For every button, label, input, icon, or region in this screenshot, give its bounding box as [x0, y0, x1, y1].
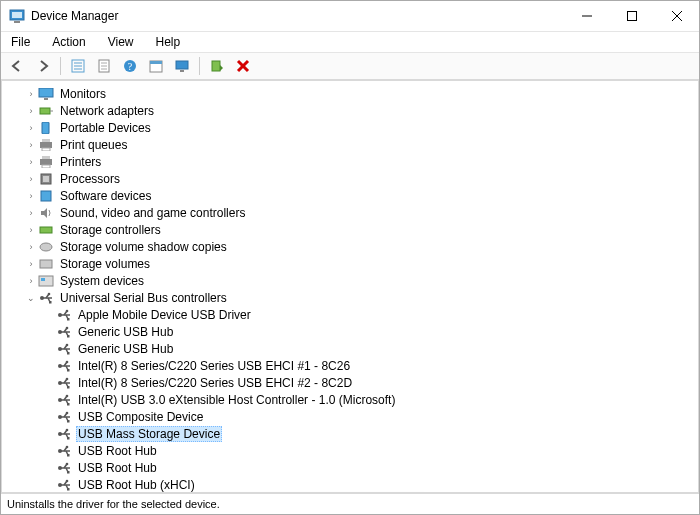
tree-node[interactable]: Apple Mobile Device USB Driver — [6, 306, 698, 323]
tree-node-label[interactable]: Intel(R) 8 Series/C220 Series USB EHCI #… — [76, 359, 352, 373]
tree-node[interactable]: USB Mass Storage Device — [6, 425, 698, 442]
tree-node[interactable]: ›System devices — [6, 272, 698, 289]
menu-help[interactable]: Help — [152, 33, 185, 51]
tree-node-label[interactable]: Generic USB Hub — [76, 342, 175, 356]
tree-node-label[interactable]: USB Composite Device — [76, 410, 205, 424]
tree-node-label[interactable]: Portable Devices — [58, 121, 153, 135]
tree-node[interactable]: Generic USB Hub — [6, 323, 698, 340]
svg-rect-2 — [14, 21, 20, 23]
status-text: Uninstalls the driver for the selected d… — [7, 498, 220, 510]
menu-action[interactable]: Action — [48, 33, 89, 51]
tree-node-label[interactable]: Software devices — [58, 189, 153, 203]
tree-node[interactable]: USB Root Hub (xHCI) — [6, 476, 698, 492]
tree-node-label[interactable]: Storage volume shadow copies — [58, 240, 229, 254]
tree-node[interactable]: Generic USB Hub — [6, 340, 698, 357]
tree-node[interactable]: USB Root Hub — [6, 442, 698, 459]
tree-node[interactable]: ›Portable Devices — [6, 119, 698, 136]
tree-node-label[interactable]: Monitors — [58, 87, 108, 101]
tree-node-label[interactable]: Storage controllers — [58, 223, 163, 237]
sheet-icon[interactable] — [92, 54, 116, 78]
svg-rect-30 — [42, 139, 50, 142]
tree-node[interactable]: USB Composite Device — [6, 408, 698, 425]
titlebar: Device Manager — [1, 1, 699, 32]
svg-rect-72 — [67, 369, 70, 372]
forward-icon[interactable] — [31, 54, 55, 78]
tree-node-label[interactable]: System devices — [58, 274, 146, 288]
collapse-icon[interactable]: ⌄ — [24, 293, 38, 303]
expand-icon[interactable]: › — [24, 259, 38, 269]
expand-icon[interactable]: › — [24, 174, 38, 184]
close-button[interactable] — [654, 1, 699, 31]
svg-point-106 — [66, 462, 69, 465]
tree-node[interactable]: ›Printers — [6, 153, 698, 170]
svg-point-46 — [48, 292, 51, 295]
svg-rect-1 — [12, 12, 22, 18]
tree-node[interactable]: ›Network adapters — [6, 102, 698, 119]
tree-node-label[interactable]: Network adapters — [58, 104, 156, 118]
tree-node-label[interactable]: USB Root Hub (xHCI) — [76, 478, 197, 492]
back-icon[interactable] — [5, 54, 29, 78]
cpu-icon — [38, 172, 54, 186]
menu-file[interactable]: File — [7, 33, 34, 51]
tree-node[interactable]: Intel(R) 8 Series/C220 Series USB EHCI #… — [6, 357, 698, 374]
expand-icon[interactable]: › — [24, 242, 38, 252]
tree-node-label[interactable]: Intel(R) USB 3.0 eXtensible Host Control… — [76, 393, 397, 407]
tree-node[interactable]: ›Processors — [6, 170, 698, 187]
device-tree[interactable]: ›Monitors›Network adapters›Portable Devi… — [2, 81, 698, 492]
tree-node-label[interactable]: Processors — [58, 172, 122, 186]
svg-rect-60 — [67, 335, 70, 338]
tree-node[interactable]: USB Root Hub — [6, 459, 698, 476]
tree-node-label[interactable]: Storage volumes — [58, 257, 152, 271]
tree-node[interactable]: ⌄Universal Serial Bus controllers — [6, 289, 698, 306]
delete-icon[interactable] — [231, 54, 255, 78]
tree-node-label[interactable]: Intel(R) 8 Series/C220 Series USB EHCI #… — [76, 376, 354, 390]
svg-rect-48 — [49, 301, 52, 304]
usbctrl-icon — [38, 291, 54, 305]
expand-icon[interactable]: › — [24, 157, 38, 167]
device-icon[interactable] — [205, 54, 229, 78]
calendar-icon[interactable] — [144, 54, 168, 78]
usb-icon — [56, 342, 72, 356]
expand-icon[interactable]: › — [24, 140, 38, 150]
svg-rect-38 — [40, 227, 52, 233]
maximize-button[interactable] — [609, 1, 654, 31]
expand-icon[interactable]: › — [24, 191, 38, 201]
usb-icon — [56, 325, 72, 339]
tree-node[interactable]: ›Storage controllers — [6, 221, 698, 238]
help-icon[interactable]: ? — [118, 54, 142, 78]
tree-node-label[interactable]: Generic USB Hub — [76, 325, 175, 339]
tree-node[interactable]: ›Storage volume shadow copies — [6, 238, 698, 255]
tree-node[interactable]: ›Monitors — [6, 85, 698, 102]
tree-node[interactable]: ›Software devices — [6, 187, 698, 204]
tree-node-label[interactable]: USB Root Hub — [76, 444, 159, 458]
tree-node-label[interactable]: Sound, video and game controllers — [58, 206, 247, 220]
svg-rect-21 — [212, 61, 220, 71]
minimize-button[interactable] — [564, 1, 609, 31]
toolbar: ? — [1, 53, 699, 80]
tree-node-label[interactable]: Print queues — [58, 138, 129, 152]
expand-icon[interactable]: › — [24, 225, 38, 235]
tree-node-label[interactable]: USB Root Hub — [76, 461, 159, 475]
svg-rect-108 — [67, 471, 70, 474]
tree-pane: ›Monitors›Network adapters›Portable Devi… — [1, 80, 699, 493]
tree-node[interactable]: Intel(R) USB 3.0 eXtensible Host Control… — [6, 391, 698, 408]
monitor-icon — [38, 87, 54, 101]
tree-node-label[interactable]: Apple Mobile Device USB Driver — [76, 308, 253, 322]
usb-icon — [56, 461, 72, 475]
tree-node-label[interactable]: Printers — [58, 155, 103, 169]
svg-rect-37 — [41, 191, 51, 201]
expand-icon[interactable]: › — [24, 89, 38, 99]
expand-icon[interactable]: › — [24, 276, 38, 286]
expand-icon[interactable]: › — [24, 208, 38, 218]
expand-icon[interactable]: › — [24, 106, 38, 116]
menu-view[interactable]: View — [104, 33, 138, 51]
tree-node[interactable]: ›Print queues — [6, 136, 698, 153]
tree-node[interactable]: ›Storage volumes — [6, 255, 698, 272]
list-icon[interactable] — [66, 54, 90, 78]
tree-node-label[interactable]: Universal Serial Bus controllers — [58, 291, 229, 305]
tree-node[interactable]: ›Sound, video and game controllers — [6, 204, 698, 221]
tree-node[interactable]: Intel(R) 8 Series/C220 Series USB EHCI #… — [6, 374, 698, 391]
monitor-icon[interactable] — [170, 54, 194, 78]
expand-icon[interactable]: › — [24, 123, 38, 133]
tree-node-label[interactable]: USB Mass Storage Device — [76, 426, 222, 442]
